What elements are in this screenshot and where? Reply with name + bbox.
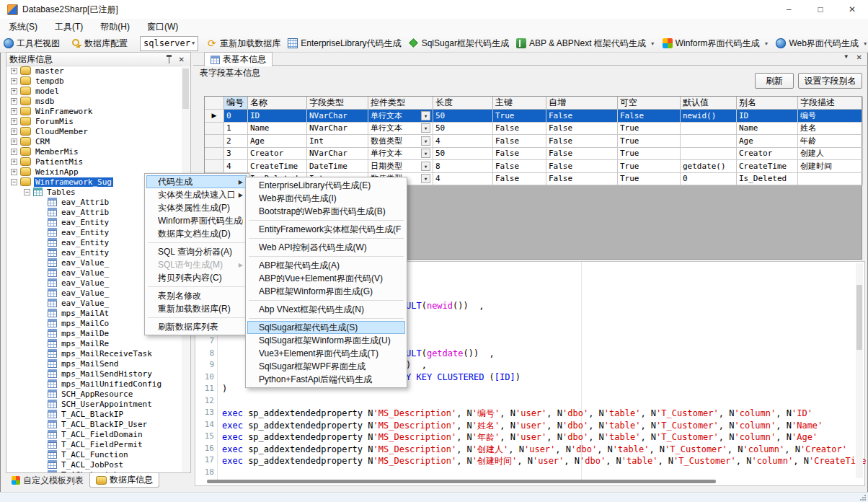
grid-cell[interactable]: False [493,123,546,136]
table-row[interactable]: 3CreatorNVarChar单行文本▼50FalseFalseTrueCre… [205,148,862,161]
horizontal-scrollbar-thumb[interactable] [207,480,716,483]
column-header-默认值[interactable]: 默认值 [681,97,737,110]
grid-cell[interactable]: True [618,123,681,136]
context-menu-item-Winform界面代码生成(W)[interactable]: Winform界面代码生成(W) [146,214,247,227]
context-menu-item-刷新数据库列表[interactable]: 刷新数据库列表 [146,320,247,333]
toolbar-view-button[interactable]: 工具栏视图 [0,36,63,51]
grid-cell[interactable]: 单行文本▼ [368,110,433,123]
set-field-alias-button[interactable]: 设置字段别名 [798,73,862,89]
submenu-item-ABP框架Winform界面生成(G)[interactable]: ABP框架Winform界面生成(G) [247,285,405,298]
expand-icon[interactable]: + [11,98,17,105]
submenu-item-Web界面代码生成(I)[interactable]: Web界面代码生成(I) [247,192,405,205]
close-document-icon[interactable]: ✕ [856,53,862,61]
submenu-item-SqlSugar框架Winform界面生成(U)[interactable]: SqlSugar框架Winform界面生成(U) [247,334,405,347]
grid-cell[interactable]: 单行文本▼ [368,123,433,136]
grid-cell[interactable]: True [618,160,681,173]
expand-icon[interactable]: + [11,108,17,115]
grid-cell[interactable]: Age [737,135,798,148]
tree-item-WinFramework[interactable]: +WinFramework [6,106,182,116]
context-menu-item-重新加载数据库(R)[interactable]: 重新加载数据库(R) [146,302,247,315]
tree-item-T_ACL_Function[interactable]: T_ACL_Function [6,449,182,459]
expand-icon[interactable]: + [11,78,17,84]
context-menu-item-数据库文档生成(D)[interactable]: 数据库文档生成(D) [146,227,247,240]
grid-cell[interactable]: Is_Deleted [737,173,798,186]
expand-icon[interactable]: + [11,128,17,135]
grid-cell[interactable]: NVarChar [307,110,368,123]
row-header-cell[interactable] [205,148,224,161]
current-row-arrow-icon[interactable]: ▶ [205,110,224,123]
submenu-item-SqlSugar框架代码生成(S)[interactable]: SqlSugar框架代码生成(S) [247,321,405,334]
grid-cell[interactable]: False [546,123,618,136]
grid-cell[interactable]: 日期类型▼ [368,160,433,173]
tree-item-SCH_UserAppointment[interactable]: SCH_UserAppointment [6,399,182,409]
column-header-字段类型[interactable]: 字段类型 [307,97,368,110]
dropdown-button[interactable]: ▼ [421,123,430,133]
tree-item-MemberMis[interactable]: +MemberMis [6,146,182,157]
submenu-item-Python+FastApi后端代码生成[interactable]: Python+FastApi后端代码生成 [247,373,405,386]
submenu-item-Bootstrap的Web界面代码生成(B)[interactable]: Bootstrap的Web界面代码生成(B) [247,205,405,218]
grid-cell[interactable] [798,173,863,186]
sqlsugar-codegen-button[interactable]: SqlSugar框架代码生成 [405,36,513,51]
close-icon[interactable]: ✕ [179,56,185,63]
grid-cell[interactable]: 创建时间 [798,160,863,173]
grid-cell[interactable]: Name [737,123,798,136]
tree-item-mps_MailSend[interactable]: mps_MailSend [6,358,182,369]
grid-cell[interactable]: NVarChar [307,123,368,136]
scrollbar-thumb[interactable] [856,285,862,350]
database-type-combobox[interactable]: sqlserver ▼ [140,36,198,51]
submenu-item-ABP的Vue+Element界面代码(V)[interactable]: ABP的Vue+Element界面代码(V) [247,272,405,285]
context-menu-item-实体类生成快速入口[interactable]: 实体类生成快速入口▶ [146,188,247,201]
tree-item-mps_MailReceiveTask[interactable]: mps_MailReceiveTask [6,348,182,358]
grid-cell[interactable]: DateTime [307,160,368,173]
column-header-控件类型[interactable]: 控件类型 [368,97,433,110]
tree-item-T_ACL_BlackIP_User[interactable]: T_ACL_BlackIP_User [6,419,182,429]
winform-codegen-button[interactable]: Winform界面代码生成 ▼ [659,36,773,51]
abp-codegen-button[interactable]: ABP & ABPNext 框架代码生成 ▼ [513,36,659,51]
grid-cell[interactable]: False [546,173,618,186]
grid-cell[interactable]: False [546,148,618,161]
submenu-item-Abp VNext框架代码生成(N)[interactable]: Abp VNext框架代码生成(N) [247,303,405,316]
grid-cell[interactable]: 4 [433,173,493,186]
grid-cell[interactable]: 0 [224,110,248,123]
tree-item-T_ACL_BlackIP[interactable]: T_ACL_BlackIP [6,409,182,419]
refresh-button[interactable]: 刷新 [755,73,794,89]
tree-item-CRM[interactable]: +CRM [6,136,182,146]
grid-cell[interactable]: Name [248,123,307,136]
resize-grip[interactable] [859,494,867,501]
dropdown-button[interactable]: ▼ [421,136,430,146]
context-menu-item-拷贝列表内容(C)[interactable]: 拷贝列表内容(C) [146,271,247,284]
grid-cell[interactable]: Int [307,135,368,148]
dropdown-button[interactable]: ▼ [421,162,430,171]
enterpriselibrary-codegen-button[interactable]: EnterpriseLibrary代码生成 [284,36,404,51]
collapse-icon[interactable]: − [24,189,30,195]
column-header-字段描述[interactable]: 字段描述 [798,97,863,110]
row-header-cell[interactable] [205,123,224,136]
grid-cell[interactable]: Age [248,135,307,148]
context-menu-item-实体类属性生成(P)[interactable]: 实体类属性生成(P) [146,201,247,214]
tree-item-CloudMember[interactable]: +CloudMember [6,126,182,136]
dropdown-button[interactable]: ▼ [421,149,430,158]
tree-item-model[interactable]: +model [6,86,182,96]
tree-item-T_ACL_FieldDomain[interactable]: T_ACL_FieldDomain [6,429,182,439]
grid-cell[interactable]: newid() [681,110,737,123]
context-menu-item-SQL语句生成(M)[interactable]: SQL语句生成(M)▶ [146,258,247,271]
grid-cell[interactable] [681,148,737,161]
column-header-长度[interactable]: 长度 [433,97,493,110]
tab-list-dropdown-icon[interactable]: ▼ [843,53,849,61]
table-row[interactable]: ▶0IDNVarChar单行文本▼50TrueFalseFalsenewid()… [205,110,862,123]
column-header-别名[interactable]: 别名 [737,97,798,110]
grid-cell[interactable]: 1 [224,123,248,136]
submenu-item-EntityFramework实体框架代码生成(F)[interactable]: EntityFramework实体框架代码生成(F) [247,223,405,236]
submenu-item-Vue3+Element界面代码生成(T)[interactable]: Vue3+Element界面代码生成(T) [247,347,405,360]
minimize-button[interactable]: – [773,0,805,19]
grid-cell[interactable]: False [546,160,618,173]
grid-cell[interactable]: 年龄 [798,135,863,148]
grid-cell[interactable]: 4 [433,135,493,148]
grid-cell[interactable]: 2 [224,135,248,148]
tree-item-SCH_AppResource[interactable]: SCH_AppResource [6,389,182,399]
grid-cell[interactable]: CreateTime [737,160,798,173]
submenu-item-ABP框架代码生成(A)[interactable]: ABP框架代码生成(A) [247,259,405,272]
column-header-主键[interactable]: 主键 [493,97,546,110]
table-row[interactable]: 1NameNVarChar单行文本▼50FalseFalseTrueName姓名 [205,123,862,136]
grid-cell[interactable]: ID [737,110,798,123]
